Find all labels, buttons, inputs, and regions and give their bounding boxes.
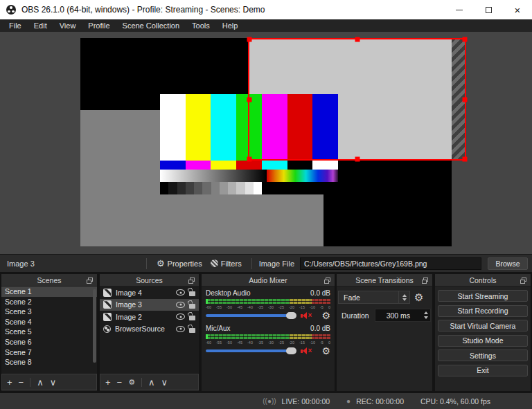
selection-handle[interactable] — [247, 37, 252, 42]
maximize-icon — [486, 7, 492, 13]
properties-button[interactable]: ⚙ Properties — [152, 259, 206, 268]
transition-settings-gear-icon[interactable]: ⚙ — [414, 292, 423, 302]
settings-button[interactable]: Settings — [438, 349, 528, 361]
scene-transitions-panel-header[interactable]: Scene Transitions — [337, 274, 432, 287]
dock-float-icon[interactable] — [190, 278, 195, 282]
controls-panel: Controls Start StreamingStart RecordingS… — [435, 274, 531, 391]
visibility-eye-icon[interactable] — [176, 302, 185, 308]
selection-border[interactable] — [248, 38, 466, 161]
lock-icon[interactable] — [189, 304, 195, 309]
menu-item-profile[interactable]: Profile — [82, 19, 116, 32]
gray-step — [211, 182, 220, 194]
filters-button[interactable]: Filters — [206, 260, 246, 268]
scene-list-item[interactable]: Scene 1 — [1, 287, 97, 297]
selection-handle[interactable] — [463, 97, 468, 102]
lock-icon[interactable] — [189, 328, 195, 333]
visibility-eye-icon[interactable] — [176, 326, 185, 332]
scene-list-item[interactable]: Scene 2 — [1, 297, 97, 307]
dock-float-icon[interactable] — [522, 278, 526, 282]
source-list-item[interactable]: Image 2 — [100, 311, 199, 323]
duration-spinbox[interactable]: 300 ms — [375, 309, 431, 322]
selection-handle[interactable] — [247, 157, 252, 162]
menu-item-file[interactable]: File — [3, 19, 28, 32]
scene-list-item[interactable]: Scene 8 — [1, 357, 97, 367]
image-icon — [103, 289, 112, 297]
dock-float-icon[interactable] — [326, 278, 330, 282]
color-bar-small — [160, 161, 186, 170]
visibility-eye-icon[interactable] — [176, 289, 185, 296]
transition-select[interactable]: Fade — [338, 291, 410, 304]
dock-float-icon[interactable] — [423, 278, 428, 282]
visibility-eye-icon[interactable] — [176, 313, 185, 320]
dock-float-icon[interactable] — [88, 278, 93, 282]
volume-slider-handle[interactable] — [286, 347, 296, 354]
selection-handle[interactable] — [355, 157, 360, 162]
start-recording-button[interactable]: Start Recording — [438, 305, 528, 317]
scenes-scrollbar[interactable] — [93, 289, 96, 363]
scene-list-item[interactable]: Scene 4 — [1, 317, 97, 327]
source-list-item[interactable]: Image 3 — [100, 299, 199, 311]
audio-mixer-panel: Audio Mixer Desktop Audio0.0 dB-60-55-50… — [202, 274, 335, 391]
color-bar-small — [287, 161, 313, 170]
remove-scene-button[interactable]: − — [19, 378, 24, 387]
selection-handle[interactable] — [463, 37, 468, 42]
volume-slider[interactable] — [206, 311, 296, 320]
image-file-input[interactable] — [300, 257, 481, 270]
move-scene-down-button[interactable]: ∨ — [50, 378, 57, 387]
exit-button[interactable]: Exit — [438, 365, 528, 376]
selection-handle[interactable] — [463, 157, 468, 162]
scene-list-item[interactable]: Scene 3 — [1, 307, 97, 317]
menu-item-edit[interactable]: Edit — [28, 19, 53, 32]
lock-icon[interactable] — [189, 291, 195, 296]
scene-list-item[interactable]: Scene 5 — [1, 327, 97, 337]
audio-mixer-panel-header[interactable]: Audio Mixer — [202, 274, 335, 287]
lock-icon[interactable] — [189, 316, 195, 320]
add-source-button[interactable]: + — [105, 378, 111, 387]
selection-handle[interactable] — [355, 37, 360, 42]
spin-up-icon[interactable] — [424, 311, 428, 314]
studio-mode-button[interactable]: Studio Mode — [438, 335, 528, 347]
source-properties-button[interactable]: ⚙ — [128, 379, 135, 386]
move-scene-up-button[interactable]: ∧ — [37, 378, 44, 387]
mute-button[interactable]: × — [301, 347, 317, 354]
mute-button[interactable]: × — [301, 312, 317, 319]
scale-tick: -20 — [289, 305, 294, 310]
close-button[interactable]: × — [503, 0, 532, 19]
obs-logo-icon — [6, 5, 16, 15]
remove-source-button[interactable]: − — [117, 378, 123, 387]
volume-slider-handle[interactable] — [286, 312, 296, 319]
start-virtual-camera-button[interactable]: Start Virtual Camera — [438, 320, 528, 331]
scale-tick: -25 — [278, 305, 284, 310]
volume-slider[interactable] — [206, 347, 296, 355]
source-list-item[interactable]: Image 4 — [100, 287, 199, 299]
source-list-item[interactable]: BrowserSource — [100, 323, 199, 336]
scale-tick: -15 — [299, 340, 305, 345]
scale-tick: -45 — [237, 305, 242, 310]
sources-panel-header[interactable]: Sources — [100, 274, 199, 287]
spin-down-icon[interactable] — [424, 316, 428, 319]
scenes-panel-header[interactable]: Scenes — [1, 274, 97, 287]
scene-list-item[interactable]: Scene 7 — [1, 347, 97, 358]
start-streaming-button[interactable]: Start Streaming — [438, 290, 528, 302]
maximize-button[interactable] — [474, 0, 503, 19]
controls-panel-header[interactable]: Controls — [435, 274, 531, 287]
selection-handle[interactable] — [247, 97, 252, 102]
transition-value: Fade — [339, 293, 398, 302]
scene-list-item[interactable]: Scene 6 — [1, 337, 97, 347]
menu-item-scene-collection[interactable]: Scene Collection — [116, 19, 186, 32]
move-source-up-button[interactable]: ∧ — [148, 378, 155, 387]
transition-select-arrows[interactable] — [398, 291, 409, 303]
menu-item-help[interactable]: Help — [216, 19, 245, 32]
scale-tick: -55 — [216, 340, 222, 345]
scale-tick: -5 — [320, 305, 323, 310]
move-source-down-button[interactable]: ∨ — [161, 378, 168, 387]
mixer-channel: Desktop Audio0.0 dB-60-55-50-45-40-35-30… — [206, 289, 330, 320]
browse-button[interactable]: Browse — [488, 257, 528, 270]
add-scene-button[interactable]: + — [7, 378, 12, 387]
channel-settings-gear-icon[interactable]: ⚙ — [321, 346, 330, 356]
menu-item-view[interactable]: View — [53, 19, 82, 32]
minimize-button[interactable] — [445, 0, 474, 19]
channel-settings-gear-icon[interactable]: ⚙ — [321, 311, 330, 320]
scale-tick: -5 — [320, 340, 323, 345]
menu-item-tools[interactable]: Tools — [186, 19, 216, 32]
